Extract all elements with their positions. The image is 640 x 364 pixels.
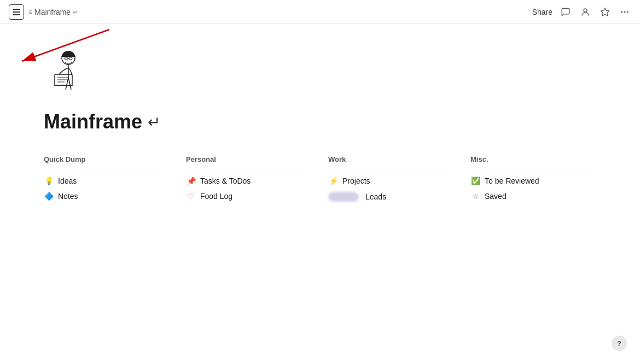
- tasks-label: Tasks & ToDos: [200, 177, 251, 185]
- food-label: Food Log: [200, 192, 232, 201]
- main-content: Mainframe ↵ Quick Dump 💡 Ideas 🔷 Notes P…: [0, 24, 640, 225]
- svg-line-17: [66, 78, 68, 90]
- list-item[interactable]: Leads: [328, 190, 449, 203]
- leads-label: Leads: [365, 192, 386, 201]
- projects-label: Projects: [342, 177, 370, 185]
- reviewed-icon: ✅: [470, 177, 480, 185]
- ideas-label: Ideas: [58, 177, 77, 185]
- section-work: Work ⚡ Projects Leads: [328, 155, 470, 203]
- section-items-misc: ✅ To be Reviewed ☆ Saved: [470, 175, 591, 202]
- list-item[interactable]: ♡ Food Log: [186, 190, 306, 202]
- list-item[interactable]: 🔷 Notes: [44, 190, 164, 202]
- user-icon[interactable]: [579, 5, 592, 19]
- svg-rect-8: [65, 57, 68, 60]
- section-items-personal: 📌 Tasks & ToDos ♡ Food Log: [186, 175, 306, 202]
- star-icon[interactable]: [598, 5, 612, 19]
- list-item[interactable]: 📌 Tasks & ToDos: [186, 175, 306, 187]
- saved-label: Saved: [485, 192, 507, 201]
- saved-icon: ☆: [470, 192, 480, 201]
- page-title: Mainframe ↵: [44, 110, 596, 133]
- section-quick-dump: Quick Dump 💡 Ideas 🔷 Notes: [44, 155, 186, 203]
- tasks-icon: 📌: [186, 177, 196, 185]
- header-right: Share: [532, 5, 631, 19]
- header-title: ≡ Mainframe ↵: [28, 8, 78, 16]
- section-items-quick-dump: 💡 Ideas 🔷 Notes: [44, 175, 164, 202]
- header-return-icon: ↵: [73, 8, 78, 16]
- svg-marker-1: [601, 8, 609, 15]
- sections-grid: Quick Dump 💡 Ideas 🔷 Notes Personal 📌 Ta…: [44, 155, 596, 203]
- header-page-name: Mainframe: [34, 8, 71, 16]
- avatar-illustration: [44, 46, 93, 95]
- more-options-icon[interactable]: [618, 5, 631, 19]
- share-button[interactable]: Share: [532, 8, 552, 16]
- svg-point-2: [621, 11, 622, 13]
- help-button[interactable]: ?: [612, 336, 627, 351]
- svg-point-0: [584, 9, 587, 12]
- section-personal: Personal 📌 Tasks & ToDos ♡ Food Log: [186, 155, 328, 203]
- menu-button[interactable]: [9, 4, 24, 20]
- list-item[interactable]: ☆ Saved: [470, 190, 591, 202]
- ideas-icon: 💡: [44, 177, 54, 185]
- return-icon: ↵: [148, 113, 160, 131]
- avatar-area: [44, 46, 596, 97]
- section-title-work: Work: [328, 155, 449, 168]
- food-icon: ♡: [186, 192, 196, 201]
- comment-icon[interactable]: [559, 5, 572, 19]
- header: ≡ Mainframe ↵ Share: [0, 0, 640, 24]
- section-items-work: ⚡ Projects Leads: [328, 175, 449, 203]
- section-title-misc: Misc.: [470, 155, 591, 168]
- header-title-icon: ≡: [28, 8, 32, 16]
- list-item[interactable]: ✅ To be Reviewed: [470, 175, 591, 187]
- leads-badge: [328, 192, 359, 202]
- hamburger-icon: [13, 9, 20, 15]
- svg-point-4: [627, 11, 629, 13]
- list-item[interactable]: ⚡ Projects: [328, 175, 449, 187]
- notes-icon: 🔷: [44, 192, 54, 201]
- svg-line-18: [68, 78, 71, 90]
- reviewed-label: To be Reviewed: [485, 177, 539, 185]
- notes-label: Notes: [58, 192, 78, 201]
- svg-rect-9: [69, 57, 72, 60]
- list-item[interactable]: 💡 Ideas: [44, 175, 164, 187]
- header-left: ≡ Mainframe ↵: [9, 4, 78, 20]
- projects-icon: ⚡: [328, 177, 338, 185]
- section-title-quick-dump: Quick Dump: [44, 155, 164, 168]
- page-title-text: Mainframe: [44, 110, 142, 133]
- section-title-personal: Personal: [186, 155, 306, 168]
- section-misc: Misc. ✅ To be Reviewed ☆ Saved: [470, 155, 613, 203]
- svg-point-3: [624, 11, 625, 13]
